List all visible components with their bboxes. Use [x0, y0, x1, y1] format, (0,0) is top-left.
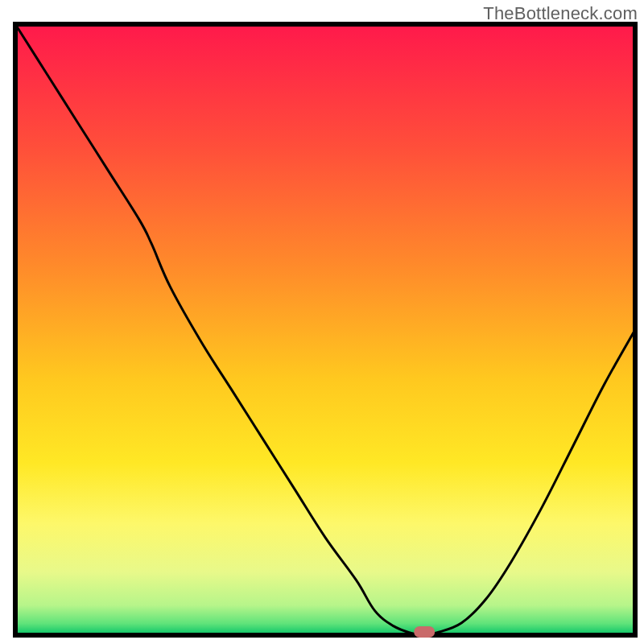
attribution-text: TheBottleneck.com	[483, 3, 638, 24]
minimum-marker	[414, 626, 435, 638]
bottleneck-chart	[0, 0, 644, 644]
chart-background-gradient	[18, 27, 633, 633]
chart-container: TheBottleneck.com	[0, 0, 644, 644]
